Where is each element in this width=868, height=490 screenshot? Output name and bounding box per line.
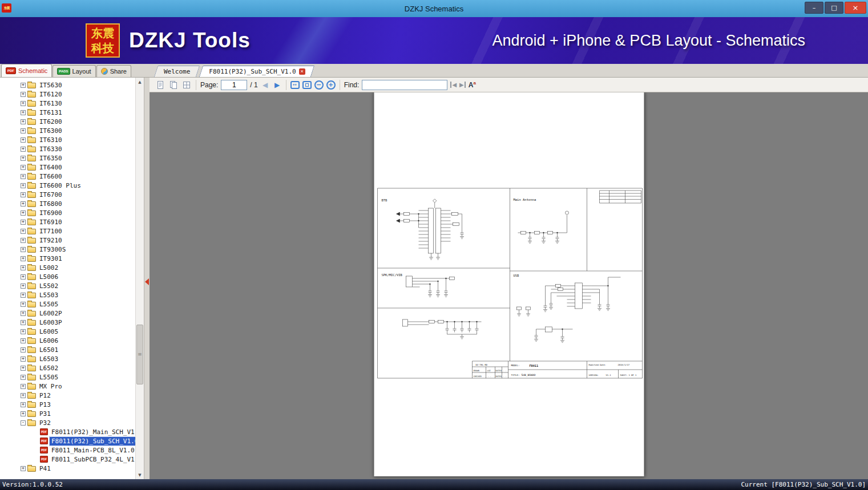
find-next-icon[interactable]: ▶ <box>459 82 466 88</box>
expand-toggle[interactable]: + <box>21 128 26 133</box>
tree-item[interactable]: + PDF IT6131 <box>0 108 135 117</box>
copy-page-icon[interactable] <box>168 80 179 90</box>
tree-item[interactable]: + PDF IT6400 <box>0 163 135 172</box>
find-previous-icon[interactable]: ◀ <box>450 82 457 88</box>
tree-item-label[interactable]: P13 <box>38 400 53 409</box>
collapse-sidebar-icon[interactable] <box>145 278 149 285</box>
expand-toggle[interactable]: + <box>21 110 26 115</box>
tree-item[interactable]: PDF F8011(P32)_Sub_SCH_V1.0 <box>0 436 135 446</box>
tree-item-label[interactable]: IT6600 Plus <box>38 181 83 190</box>
tab-welcome[interactable]: Welcome <box>156 66 198 77</box>
zoom-out-icon[interactable]: − <box>314 80 324 90</box>
tree-item[interactable]: + PDF L6502 <box>0 363 135 372</box>
tree-item[interactable]: + PDF IT9300S <box>0 245 135 254</box>
expand-toggle[interactable]: + <box>21 119 26 124</box>
tree-item[interactable]: + PDF IT6910 <box>0 217 135 226</box>
tree-item[interactable]: + PDF L5505 <box>0 372 135 382</box>
expand-toggle[interactable]: + <box>21 293 26 298</box>
tree-item[interactable]: + PDF IT9210 <box>0 236 135 245</box>
tree-item-label[interactable]: F8011(P32)_Sub_SCH_V1.0 <box>50 437 135 446</box>
tree-item-label[interactable]: IT9210 <box>38 236 64 245</box>
tree-item-label[interactable]: L6503 <box>38 355 60 363</box>
tree-item[interactable]: + PDF IT6800 <box>0 199 135 208</box>
tree-item[interactable]: PDF F8011_SubPCB_P32_4L_V1.0 <box>0 455 135 464</box>
expand-toggle[interactable]: + <box>21 357 26 362</box>
tree-item[interactable]: + PDF P41 <box>0 464 135 473</box>
tree-item[interactable]: + PDF IT6600 Plus <box>0 181 135 190</box>
expand-toggle[interactable]: + <box>21 192 26 197</box>
tree-item-label[interactable]: IT6910 <box>38 218 64 226</box>
previous-page-button[interactable]: ◀ <box>261 81 270 89</box>
tree-item-label[interactable]: IT9300S <box>38 245 67 254</box>
expand-toggle[interactable]: + <box>21 402 26 407</box>
tree-item[interactable]: + PDF L6002P <box>0 309 135 318</box>
expand-toggle[interactable]: + <box>21 256 26 261</box>
tree-item[interactable]: + PDF L5505 <box>0 299 135 309</box>
tree-item[interactable]: + PDF IT6120 <box>0 90 135 99</box>
expand-toggle[interactable]: + <box>21 375 26 380</box>
scrollbar-thumb[interactable]: ≡ <box>136 325 143 384</box>
tree-item-label[interactable]: IT5630 <box>38 81 64 90</box>
expand-toggle[interactable]: + <box>21 284 26 289</box>
expand-toggle[interactable]: + <box>21 83 26 88</box>
expand-toggle[interactable]: + <box>21 101 26 106</box>
expand-toggle[interactable]: + <box>21 302 26 307</box>
tree-item-label[interactable]: F8011(P32)_Main_SCH_V1.0 <box>50 428 135 436</box>
expand-toggle[interactable]: + <box>21 156 26 161</box>
expand-toggle[interactable]: + <box>21 265 26 270</box>
tree-item[interactable]: + PDF IT6900 <box>0 208 135 217</box>
expand-toggle[interactable]: + <box>21 201 26 206</box>
pdf-viewer[interactable]: BTB Main Antenna SPK/MIC/VIB USB DZ-TEL-… <box>150 92 868 479</box>
expand-toggle[interactable]: + <box>21 247 26 252</box>
expand-toggle[interactable]: + <box>21 229 26 234</box>
tree-item-label[interactable]: MX Pro <box>38 382 64 391</box>
tree-item[interactable]: + PDF L6005 <box>0 327 135 336</box>
maximize-button[interactable]: □ <box>825 2 843 14</box>
expand-toggle[interactable]: + <box>21 320 26 325</box>
tab-schematic[interactable]: PDF Schematic <box>1 64 52 77</box>
tree-item[interactable]: PDF F8011(P32)_Main_SCH_V1.0 <box>0 427 135 436</box>
tree-item-label[interactable]: IT6200 <box>38 118 64 126</box>
tree-item[interactable]: + PDF IT6330 <box>0 144 135 153</box>
expand-toggle[interactable]: + <box>21 366 26 371</box>
expand-toggle[interactable]: + <box>21 147 26 152</box>
tree-item[interactable]: + PDF MX Pro <box>0 382 135 391</box>
expand-toggle[interactable]: + <box>21 329 26 334</box>
close-button[interactable]: × <box>845 2 866 14</box>
expand-toggle[interactable]: + <box>21 384 26 389</box>
tree-item[interactable]: + PDF IT6200 <box>0 117 135 126</box>
tree-item-label[interactable]: F8011_Main-PCB_8L_V1.0 <box>50 446 135 455</box>
tree-item[interactable]: + PDF P12 <box>0 391 135 400</box>
tree-item-label[interactable]: IT6600 <box>38 172 64 181</box>
expand-toggle[interactable]: + <box>21 393 26 398</box>
tree-item[interactable]: + PDF L6003P <box>0 318 135 327</box>
tree-item-label[interactable]: L5006 <box>38 273 60 281</box>
tree-item[interactable]: + PDF P13 <box>0 400 135 409</box>
tree-item[interactable]: + PDF IT7100 <box>0 226 135 236</box>
tree-item-label[interactable]: L5503 <box>38 291 60 299</box>
tree-item-label[interactable]: P41 <box>38 464 53 473</box>
scroll-down-icon[interactable]: ▼ <box>136 471 144 479</box>
tree-item-label[interactable]: L5505 <box>38 300 60 309</box>
tree-item[interactable]: + PDF IT6700 <box>0 190 135 199</box>
tree-item[interactable]: + PDF L5503 <box>0 290 135 299</box>
expand-toggle[interactable]: + <box>21 210 26 216</box>
tree-item-label[interactable]: IT6330 <box>38 145 64 153</box>
tree-item-label[interactable]: IT6310 <box>38 136 64 144</box>
tree-item-label[interactable]: L5505 <box>38 373 60 382</box>
tree-item-label[interactable]: IT9301 <box>38 254 64 263</box>
tree-item[interactable]: + PDF L5006 <box>0 272 135 281</box>
tree-item[interactable]: + PDF P31 <box>0 409 135 418</box>
expand-toggle[interactable]: + <box>21 165 26 170</box>
tree-item-label[interactable]: F8011_SubPCB_P32_4L_V1.0 <box>50 455 135 464</box>
fit-width-icon[interactable]: ↔ <box>290 81 300 89</box>
find-input[interactable] <box>362 80 447 90</box>
tree-item[interactable]: + PDF IT9301 <box>0 254 135 263</box>
tree-item-label[interactable]: IT6350 <box>38 154 64 163</box>
tree-item-label[interactable]: IT6130 <box>38 99 64 108</box>
tree-item[interactable]: + PDF L5002 <box>0 263 135 272</box>
close-tab-icon[interactable]: × <box>299 68 305 75</box>
tree-item-label[interactable]: IT6400 <box>38 163 64 172</box>
tree-item-label[interactable]: P32 <box>38 419 53 427</box>
tree-item-label[interactable]: L6005 <box>38 327 60 336</box>
